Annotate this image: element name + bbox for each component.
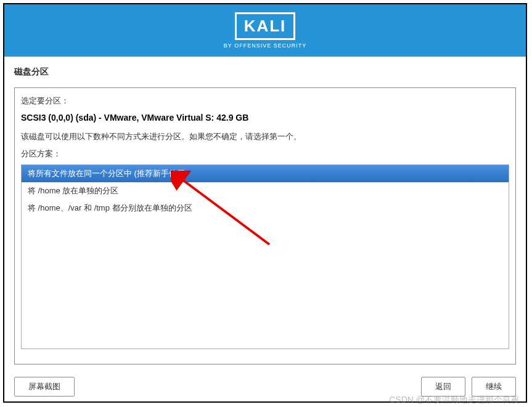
partition-panel: 选定要分区： SCSI3 (0,0,0) (sda) - VMware, VMw… [14,87,516,365]
option-separate-home-var-tmp[interactable]: 将 /home、/var 和 /tmp 都分别放在单独的分区 [22,199,509,217]
installer-window: KALI BY OFFENSIVE SECURITY 磁盘分区 选定要分区： S… [3,3,527,403]
disk-info: SCSI3 (0,0,0) (sda) - VMware, VMware Vir… [21,113,509,123]
scheme-label: 分区方案： [21,148,509,159]
option-separate-home[interactable]: 将 /home 放在单独的分区 [22,182,509,199]
description-text: 该磁盘可以使用以下数种不同方式来进行分区。如果您不确定，请选择第一个。 [21,131,509,142]
watermark: CSDN @不要温顺地走进那个良夜 [389,395,520,406]
kali-subtitle: BY OFFENSIVE SECURITY [224,42,306,49]
partition-scheme-list: 将所有文件放在同一个分区中 (推荐新手使用) 将 /home 放在单独的分区 将… [21,164,509,349]
kali-logo: KALI [235,12,296,40]
selected-partition-label: 选定要分区： [21,95,509,107]
content-area: 磁盘分区 选定要分区： SCSI3 (0,0,0) (sda) - VMware… [4,57,526,371]
continue-button[interactable]: 继续 [472,377,516,397]
screenshot-button[interactable]: 屏幕截图 [14,377,75,397]
header-banner: KALI BY OFFENSIVE SECURITY [4,4,526,57]
page-title: 磁盘分区 [14,63,516,81]
button-bar: 屏幕截图 返回 继续 [14,377,516,397]
option-all-in-one[interactable]: 将所有文件放在同一个分区中 (推荐新手使用) [22,165,509,182]
back-button[interactable]: 返回 [421,377,465,397]
button-group-right: 返回 继续 [421,377,516,397]
